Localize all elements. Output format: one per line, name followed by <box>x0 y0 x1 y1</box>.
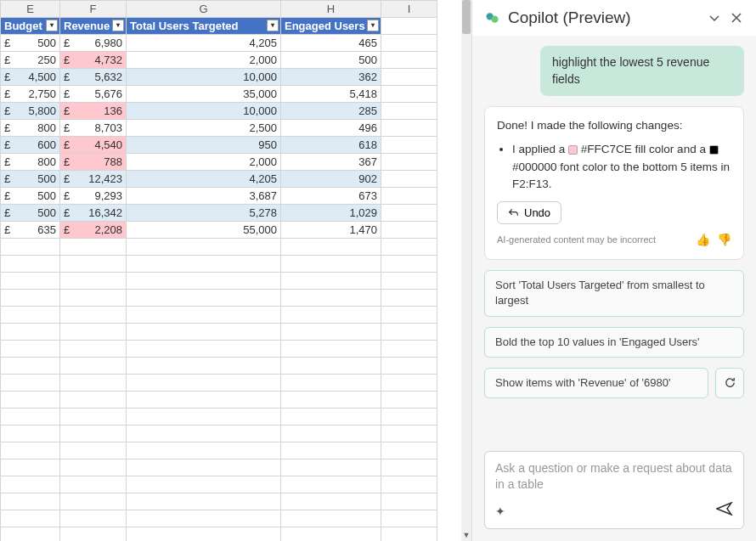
thumbs-down-icon[interactable]: 👎 <box>717 231 731 249</box>
empty-row[interactable] <box>1 341 437 358</box>
empty-cell[interactable] <box>381 222 437 239</box>
cell-revenue[interactable]: £16,342 <box>60 205 127 222</box>
scrollbar-thumb[interactable] <box>462 0 471 34</box>
cell-users[interactable]: 35,000 <box>127 86 281 103</box>
cell-budget[interactable]: £5,800 <box>1 103 60 120</box>
cell-engaged[interactable]: 902 <box>281 171 381 188</box>
cell-users[interactable]: 2,000 <box>127 52 281 69</box>
empty-cell[interactable] <box>381 18 437 35</box>
vertical-scrollbar[interactable]: ▼ <box>461 0 471 541</box>
table-row[interactable]: £5,800£13610,000285 <box>1 103 437 120</box>
table-row[interactable]: £500£9,2933,687673 <box>1 188 437 205</box>
cell-revenue[interactable]: £8,703 <box>60 120 127 137</box>
cell-budget[interactable]: £500 <box>1 35 60 52</box>
scroll-down-icon[interactable]: ▼ <box>461 531 471 539</box>
cell-engaged[interactable]: 5,418 <box>281 86 381 103</box>
cell-revenue[interactable]: £6,980 <box>60 35 127 52</box>
cell-budget[interactable]: £500 <box>1 188 60 205</box>
col-G[interactable]: G <box>127 1 281 18</box>
empty-row[interactable] <box>1 442 437 459</box>
refresh-button[interactable] <box>715 368 744 398</box>
cell-budget[interactable]: £2,750 <box>1 86 60 103</box>
cell-revenue[interactable]: £4,540 <box>60 137 127 154</box>
cell-budget[interactable]: £635 <box>1 222 60 239</box>
cell-budget[interactable]: £800 <box>1 154 60 171</box>
filter-icon[interactable]: ▾ <box>112 20 124 31</box>
cell-engaged[interactable]: 465 <box>281 35 381 52</box>
empty-row[interactable] <box>1 358 437 375</box>
cell-budget[interactable]: £600 <box>1 137 60 154</box>
cell-budget[interactable]: £800 <box>1 120 60 137</box>
header-revenue[interactable]: Revenue▾ <box>60 18 127 35</box>
empty-row[interactable] <box>1 527 437 542</box>
cell-revenue[interactable]: £136 <box>60 103 127 120</box>
message-input[interactable]: Ask a question or make a request about d… <box>484 451 744 529</box>
cell-revenue[interactable]: £5,676 <box>60 86 127 103</box>
cell-engaged[interactable]: 367 <box>281 154 381 171</box>
empty-row[interactable] <box>1 324 437 341</box>
suggestion-bold[interactable]: Bold the top 10 values in 'Engaged Users… <box>484 327 744 358</box>
spreadsheet-area[interactable]: E F G H I Budget▾ Revenue▾ Total Users T… <box>0 0 471 541</box>
table-row[interactable]: £250£4,7322,000500 <box>1 52 437 69</box>
cell-budget[interactable]: £500 <box>1 205 60 222</box>
cell-revenue[interactable]: £5,632 <box>60 69 127 86</box>
cell-users[interactable]: 950 <box>127 137 281 154</box>
table-row[interactable]: £500£6,9804,205465 <box>1 35 437 52</box>
empty-row[interactable] <box>1 290 437 307</box>
empty-row[interactable] <box>1 307 437 324</box>
cell-budget[interactable]: £500 <box>1 171 60 188</box>
cell-users[interactable]: 55,000 <box>127 222 281 239</box>
table-row[interactable]: £800£7882,000367 <box>1 154 437 171</box>
undo-button[interactable]: Undo <box>497 201 561 224</box>
empty-row[interactable] <box>1 273 437 290</box>
empty-cell[interactable] <box>381 188 437 205</box>
col-F[interactable]: F <box>60 1 127 18</box>
filter-icon[interactable]: ▾ <box>267 20 279 31</box>
cell-users[interactable]: 2,500 <box>127 120 281 137</box>
empty-cell[interactable] <box>381 205 437 222</box>
table-row[interactable]: £600£4,540950618 <box>1 137 437 154</box>
minimize-icon[interactable] <box>707 10 722 25</box>
empty-cell[interactable] <box>381 69 437 86</box>
sparkle-icon[interactable]: ✦ <box>495 504 505 518</box>
empty-cell[interactable] <box>381 86 437 103</box>
thumbs-up-icon[interactable]: 👍 <box>696 231 710 249</box>
cell-users[interactable]: 2,000 <box>127 154 281 171</box>
cell-engaged[interactable]: 362 <box>281 69 381 86</box>
suggestion-filter[interactable]: Show items with 'Revenue' of '6980' <box>484 368 708 398</box>
empty-cell[interactable] <box>381 103 437 120</box>
empty-cell[interactable] <box>381 171 437 188</box>
col-I[interactable]: I <box>381 1 437 18</box>
cell-engaged[interactable]: 496 <box>281 120 381 137</box>
close-icon[interactable] <box>729 10 744 25</box>
table-row[interactable]: £500£12,4234,205902 <box>1 171 437 188</box>
cell-users[interactable]: 10,000 <box>127 69 281 86</box>
empty-cell[interactable] <box>381 137 437 154</box>
table-row[interactable]: £2,750£5,67635,0005,418 <box>1 86 437 103</box>
empty-row[interactable] <box>1 375 437 392</box>
cell-users[interactable]: 4,205 <box>127 35 281 52</box>
empty-cell[interactable] <box>381 120 437 137</box>
cell-revenue[interactable]: £12,423 <box>60 171 127 188</box>
empty-row[interactable] <box>1 256 437 273</box>
suggestion-sort[interactable]: Sort 'Total Users Targeted' from smalles… <box>484 270 744 316</box>
header-users[interactable]: Total Users Targeted▾ <box>127 18 281 35</box>
empty-row[interactable] <box>1 239 437 256</box>
header-budget[interactable]: Budget▾ <box>1 18 60 35</box>
col-E[interactable]: E <box>1 1 60 18</box>
cell-engaged[interactable]: 673 <box>281 188 381 205</box>
cell-budget[interactable]: £4,500 <box>1 69 60 86</box>
empty-row[interactable] <box>1 392 437 409</box>
empty-cell[interactable] <box>381 35 437 52</box>
table-row[interactable]: £500£16,3425,2781,029 <box>1 205 437 222</box>
empty-row[interactable] <box>1 425 437 442</box>
cell-engaged[interactable]: 1,470 <box>281 222 381 239</box>
empty-row[interactable] <box>1 493 437 510</box>
filter-icon[interactable]: ▾ <box>367 20 379 31</box>
cell-engaged[interactable]: 618 <box>281 137 381 154</box>
data-table[interactable]: E F G H I Budget▾ Revenue▾ Total Users T… <box>0 0 437 541</box>
cell-revenue[interactable]: £788 <box>60 154 127 171</box>
cell-revenue[interactable]: £4,732 <box>60 52 127 69</box>
cell-users[interactable]: 3,687 <box>127 188 281 205</box>
cell-revenue[interactable]: £2,208 <box>60 222 127 239</box>
